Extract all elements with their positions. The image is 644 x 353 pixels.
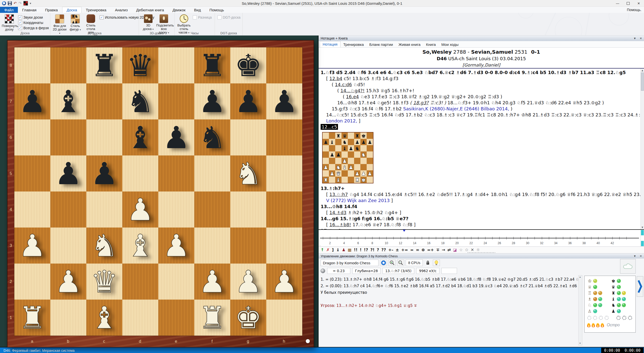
notation-tab-1[interactable]: Нотация [320,41,340,47]
square-d4[interactable]: ♟ [122,191,158,228]
notation-tab-6[interactable]: Мои ходы [439,42,461,47]
checkbox-Звуки доски[interactable]: ✓Звуки доски [18,15,49,19]
menu-tab-8[interactable]: Движок [168,7,190,13]
notation-line[interactable]: 13...♔h8 14.f4 [319,204,640,210]
notation-line[interactable]: 12...c5 [319,124,640,130]
square-a5[interactable] [14,155,50,191]
white-pawn[interactable]: ♟ [194,264,230,300]
black-knight[interactable]: ♞ [194,119,230,155]
notation-tab-3[interactable]: Бланк партии [367,42,396,47]
checkbox-DGT-доска[interactable]: DGT-доска [217,15,241,19]
engine-line[interactable]: 2. = (0.00): 13.♘:h7 c4 14.♘:f6+ ♘:f6 15… [321,283,579,289]
black-rook[interactable]: ♜ [86,47,122,83]
counterplay-icon[interactable]: ⇄ [447,247,451,253]
scroll-up-icon[interactable]: ▲ [641,69,644,72]
square-e2[interactable] [158,264,194,300]
black-bishop[interactable]: ♝ [122,119,158,155]
cloud-engine-button[interactable] [620,259,636,274]
square-b4[interactable] [50,191,86,228]
square-h2[interactable]: ♟ [266,264,302,300]
piece-style-button[interactable]: Стильфигур ▾ [67,14,83,32]
square-c5[interactable]: ♟ [86,155,122,191]
notation-scrollbar[interactable]: ▲ ▼ [640,69,644,229]
white-pawn[interactable]: ♟ [230,264,266,300]
graph-scrollbar[interactable] [641,230,644,246]
white-queen[interactable]: ♛ [86,264,122,300]
square-d5[interactable] [122,155,158,191]
square-f2[interactable]: ♟ [194,264,230,300]
square-a4[interactable] [14,191,50,228]
checkbox-box[interactable]: ✓ [18,15,22,19]
menu-tab-3[interactable]: Правка [41,7,62,13]
menu-tab-1[interactable]: Файл [0,7,18,13]
notation-line[interactable]: ( 14...♘g4?! 15.h3 ♕g5 16.♗h7+! [319,88,640,94]
white-knight[interactable]: ♞ [86,228,122,264]
square-f1[interactable]: ♜ [194,300,230,336]
square-d8[interactable]: ♛ [122,47,158,83]
square-c7[interactable] [86,83,122,119]
panel-collapse-icon[interactable]: ▼ [633,37,636,40]
white-pawn[interactable]: ♟ [122,191,158,228]
checkbox-box[interactable] [193,15,197,19]
restore-button[interactable] [623,0,633,7]
black-pawn[interactable]: ♟ [266,83,302,119]
notation-tab-5[interactable]: Книга [423,42,439,47]
quick-access-more-icon[interactable]: ▾ [30,2,31,5]
hint-button[interactable] [433,260,440,266]
white-bishop[interactable]: ♝ [86,300,122,336]
eval-equal[interactable]: = [410,247,413,253]
white-knight[interactable]: ♞ [230,155,266,191]
arrow-up-icon[interactable]: ↑ [321,247,324,253]
square-g4[interactable] [230,191,266,228]
square-a7[interactable]: ♟ [14,83,50,119]
decrease-lines-button[interactable]: - [397,260,404,266]
square-f5[interactable] [194,155,230,191]
checkbox-box[interactable]: ✓ [18,26,22,30]
square-g3[interactable] [230,228,266,264]
menu-tab-9[interactable]: Вид [190,7,205,13]
square-f7[interactable]: ♟ [194,83,230,119]
eval-unclear[interactable]: ∞ [416,247,419,253]
square-e8[interactable] [158,47,194,83]
notation-line[interactable]: V (2772) Wijk aan Zee 2013 ] [319,198,640,204]
square-g8[interactable]: ♚ [230,47,266,83]
square-e7[interactable] [158,83,194,119]
square-b8[interactable] [50,47,86,83]
square-h8[interactable] [266,47,302,83]
expand-palette-button[interactable] [637,276,643,297]
notation-line[interactable]: 14...g6 15.♗:g6 f:g6 16.♘:b5 ♕e7? [319,216,640,222]
notation-line[interactable]: [ 14.♗d3 ♗:h2+ 15.♔:h2 ♘g4+ ] [319,210,640,216]
black-knight[interactable]: ♞ [122,83,158,119]
notation-line[interactable]: 15.g:f3 ♘:c3 16.f4 ♘f6 17.♗b2 Sasikiran,… [319,106,640,112]
nag-brilliant[interactable]: !! [354,247,358,253]
notation-line[interactable]: 17.♕:g6 [319,228,640,230]
menu-tab-4[interactable]: Доска [62,7,82,13]
square-h7[interactable]: ♟ [266,83,302,119]
engine-line[interactable]: У белых преимущество [321,289,579,296]
notation-line[interactable]: 13.♗:h7+ [319,185,640,191]
square-h1[interactable] [266,300,302,336]
square-f6[interactable]: ♞ [194,119,230,155]
square-d3[interactable]: ♝ [122,228,158,264]
notation-line[interactable]: 14...♘:c5! 15.d:c5 ♖:c5 16.f4 ♘d5 17.♗b2… [319,112,640,118]
scroll-down-icon[interactable]: ▼ [641,226,644,229]
square-d2[interactable] [122,264,158,300]
minimize-button[interactable]: — [612,0,623,7]
square-a6[interactable] [14,119,50,155]
menu-tab-2[interactable]: Главная [18,7,41,13]
chessbase-logo-icon[interactable] [2,1,6,5]
engine-lines[interactable]: 1. = (0.23): 13.♗:h7+ ♔h8 14.f4 g6 15.♗:… [321,276,579,309]
square-d6[interactable]: ♝ [122,119,158,155]
square-g1[interactable]: ♚ [230,300,266,336]
eval-compensation[interactable]: ⊜ [422,247,425,253]
engine-line[interactable]: 1. = (0.23): 13.♗:h7+ ♔h8 14.f4 g6 15.♗:… [321,276,579,283]
medal-icon[interactable]: ☆ [459,247,463,253]
notation-line[interactable]: [ 12.b4 c5! 13.b:c5 ♗:f3 14.g:f3 [319,76,640,82]
square-a3[interactable]: ♟ [14,228,50,264]
black-pawn[interactable]: ♟ [50,155,86,191]
checkbox-box[interactable]: ✓ [18,21,22,25]
engine-close-icon[interactable]: ✕ [640,254,642,258]
redo-icon[interactable]: ↷ [19,1,22,5]
notation-line[interactable]: ( 14.c:d6 ♘d5! [319,82,640,88]
delete-annotation-icon[interactable]: ✗ [326,247,329,253]
